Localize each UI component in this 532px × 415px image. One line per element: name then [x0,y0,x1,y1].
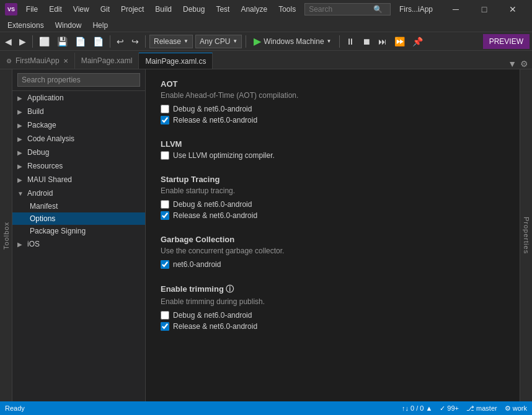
startup-tracing-checkbox-label-1: Release & net6.0-android [173,211,257,220]
title-search-input[interactable] [309,5,371,14]
tree-item-package[interactable]: ▶ Package [12,118,145,132]
close-button[interactable]: ✕ [499,0,527,19]
run-dropdown-arrow: ▼ [327,38,332,44]
toolbar-icon-1[interactable]: ⏸ [344,34,357,49]
tree-item-label: Build [27,107,44,116]
toolbar-btn-1[interactable]: ⬜ [37,34,52,49]
forward-button[interactable]: ▶ [17,34,29,49]
tabs-settings-button[interactable]: ⚙ [520,59,528,69]
enable-trimming-checkbox-label-0: Debug & net6.0-android [173,311,252,320]
menu-help[interactable]: Help [87,20,113,31]
menu-window[interactable]: Window [50,20,87,31]
tree-item-application[interactable]: ▶ Application [12,91,145,105]
tree-item-build[interactable]: ▶ Build [12,105,145,118]
startup-tracing-checkbox-0[interactable] [161,200,169,209]
aot-desc: Enable Ahead-of-Time (AOT) compilation. [161,91,505,100]
toolbar-icon-4[interactable]: ⏩ [392,34,407,49]
status-work: ⚙ work [505,404,527,413]
app-logo: VS [5,3,17,15]
tree-item-label: Debug [27,148,49,157]
startup-tracing-checkbox-row-0: Debug & net6.0-android [161,200,505,209]
toolbar-icon-2[interactable]: ⏹ [360,34,373,49]
menu-extensions[interactable]: Extensions [2,20,49,31]
enable-trimming-checkbox-row-0: Debug & net6.0-android [161,311,505,320]
tab-firstmauiapp[interactable]: ⚙ FirstMauiApp ✕ [0,53,75,69]
content-area: AOT Enable Ahead-of-Time (AOT) compilati… [146,69,520,401]
search-properties-input[interactable] [17,73,140,87]
menu-file[interactable]: File [21,4,43,15]
garbage-collection-section: Garbage Collection Use the concurrent ga… [161,235,505,269]
cpu-dropdown-arrow: ▼ [233,38,237,44]
tabs-dropdown-button[interactable]: ▼ [508,59,516,69]
maximize-button[interactable]: □ [470,0,499,19]
aot-title: AOT [161,79,505,89]
title-bar: VS File Edit View Git Project Build Debu… [0,0,532,19]
tree-item-debug[interactable]: ▶ Debug [12,146,145,159]
aot-checkbox-1[interactable] [161,116,169,124]
enable-trimming-checkbox-1[interactable] [161,322,169,331]
tab-icon-0: ⚙ [6,58,12,64]
garbage-collection-checkbox-0[interactable] [161,260,169,269]
toolbar-icon-3[interactable]: ⏭ [376,34,389,49]
left-panel: ▶ Application ▶ Build ▶ Package ▶ Code A… [12,69,146,401]
tree-child-options[interactable]: Options [12,212,145,225]
toolbar-btn-3[interactable]: 📄 [73,34,88,49]
tab-mainpage-xaml-cs[interactable]: MainPage.xaml.cs [139,53,213,69]
startup-tracing-section: Startup Tracing Enable startup tracing. … [161,175,505,220]
startup-tracing-checkbox-1[interactable] [161,211,169,220]
menu-test[interactable]: Test [211,4,234,15]
aot-checkbox-row-1: Release & net6.0-android [161,116,505,124]
menu-analyze[interactable]: Analyze [236,4,272,15]
play-icon: ▶ [254,35,261,47]
title-search-box[interactable]: 🔍 [304,3,391,15]
redo-button[interactable]: ↪ [129,34,141,49]
undo-button[interactable]: ↩ [114,34,126,49]
garbage-collection-checkbox-label-0: net6.0-android [173,260,221,269]
cpu-dropdown[interactable]: Any CPU ▼ [195,35,242,48]
separator-2 [110,35,110,48]
aot-checkbox-row-0: Debug & net6.0-android [161,105,505,113]
tree-child-package-signing[interactable]: Package Signing [12,225,145,237]
preview-button[interactable]: PREVIEW [483,34,530,49]
menu-git[interactable]: Git [95,4,115,15]
toolbar-icon-5[interactable]: 📌 [410,34,425,49]
tree-item-label: iOS [27,240,40,248]
tab-close-0[interactable]: ✕ [63,58,68,64]
enable-trimming-checkbox-0[interactable] [161,311,169,320]
release-dropdown[interactable]: Release ▼ [149,35,193,48]
llvm-checkbox-0[interactable] [161,151,169,160]
tree-item-android[interactable]: ▼ Android [12,186,145,200]
enable-trimming-desc: Enable trimming during publish. [161,297,505,306]
run-button[interactable]: ▶ Windows Machine ▼ [250,34,335,49]
status-line-col: ↑↓ 0 / 0 ▲ [402,404,432,412]
tree-item-ios[interactable]: ▶ iOS [12,237,145,251]
content-scroll[interactable]: AOT Enable Ahead-of-Time (AOT) compilati… [146,69,520,401]
run-label: Windows Machine [264,37,324,46]
toolbox-panel[interactable]: Toolbox [0,69,12,401]
aot-checkbox-0[interactable] [161,105,169,113]
chevron-icon: ▶ [17,177,25,183]
tab-mainpage-xaml[interactable]: MainPage.xaml [75,53,140,69]
separator-1 [32,35,33,48]
menu-debug[interactable]: Debug [178,4,210,15]
toolbox-label: Toolbox [2,222,10,250]
menu-project[interactable]: Project [116,4,149,15]
tree-item-resources[interactable]: ▶ Resources [12,159,145,173]
minimize-button[interactable]: ─ [441,0,470,19]
toolbar-btn-2[interactable]: 💾 [55,34,70,49]
back-button[interactable]: ◀ [2,34,14,49]
tree-item-code-analysis[interactable]: ▶ Code Analysis [12,132,145,146]
tree-child-manifest[interactable]: Manifest [12,200,145,212]
right-panel[interactable]: Properties [520,69,532,401]
menu-tools[interactable]: Tools [273,4,301,15]
llvm-checkbox-label-0: Use LLVM optimizing compiler. [173,151,275,160]
menu-edit[interactable]: Edit [44,4,67,15]
tree-item-label: MAUI Shared [27,175,72,184]
menu-view[interactable]: View [68,4,94,15]
menu-build[interactable]: Build [150,4,177,15]
tree-item-maui-shared[interactable]: ▶ MAUI Shared [12,173,145,186]
chevron-icon: ▶ [17,163,25,170]
chevron-icon: ▶ [17,95,25,102]
search-icon: 🔍 [373,5,383,14]
toolbar-btn-4[interactable]: 📄 [91,34,106,49]
